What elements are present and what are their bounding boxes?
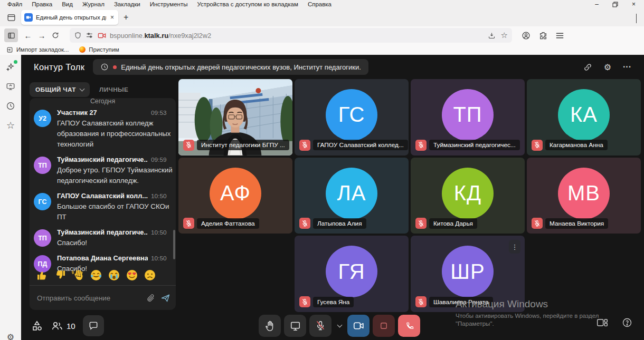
participant-tile[interactable]: ТП Туймазинский педагогичес... <box>411 79 525 156</box>
message-text: Большое спасибо от ГАПОУ СКОи ПТ <box>57 201 176 222</box>
more-ellipsis-icon[interactable]: ··· <box>623 62 631 72</box>
share-screen-button[interactable] <box>284 315 306 337</box>
message-text: Спасибо! <box>57 238 176 248</box>
send-icon[interactable] <box>160 294 171 303</box>
menu-help[interactable]: Справка <box>308 1 332 7</box>
message-author: ГАПОУ Салаватский колл... <box>57 192 148 200</box>
settings-gear-icon[interactable]: ⚙ <box>0 332 21 340</box>
reaction-thumbs-down-icon[interactable] <box>54 269 67 281</box>
sidebar-toggle-icon[interactable] <box>4 28 18 42</box>
chat-scrollbar[interactable] <box>173 230 175 259</box>
tab-close-icon[interactable]: × <box>109 14 115 21</box>
bookmark-import[interactable]: Импорт закладок... <box>6 46 69 53</box>
mic-muted-badge-icon <box>415 140 427 151</box>
message-text: Доброе утро. ГБПОУ Туймазинский педагоги… <box>57 165 176 186</box>
reaction-heart-eyes-icon[interactable] <box>126 269 138 281</box>
reaction-thumbs-up-icon[interactable] <box>36 269 49 281</box>
participant-name: Манаева Виктория <box>545 218 608 229</box>
participant-tile[interactable]: ЛА Латыпова Алия <box>295 158 409 234</box>
participant-tile[interactable]: ГС ГАПОУ Салаватский коллед... <box>295 79 409 156</box>
extensions-puzzle-icon[interactable] <box>539 31 547 40</box>
sparkle-new-icon[interactable] <box>5 61 16 73</box>
record-button[interactable] <box>373 315 395 337</box>
ktalk-app: ☆ ⚙ Контур Толк Единый день открытых две… <box>0 55 644 340</box>
message-input[interactable] <box>36 294 141 303</box>
participant-tile[interactable]: КД Китова Дарья <box>411 158 525 234</box>
chat-message: ГС ГАПОУ Салаватский колл... 10:50 Больш… <box>34 192 176 222</box>
new-tab-button[interactable]: + <box>124 13 128 22</box>
board-shapes-icon[interactable] <box>31 319 43 332</box>
url-bar[interactable]: bspuonline.ktalk.ru/nxe9xaj2l2w2 ☆ <box>70 28 512 43</box>
menu-view[interactable]: Вид <box>62 1 73 7</box>
menu-tools[interactable]: Инструменты <box>150 1 188 7</box>
tile-kebab-menu-icon[interactable]: ⋮ <box>509 240 520 254</box>
camera-permission-icon[interactable] <box>98 32 106 39</box>
message-time: 09:53 <box>151 109 167 116</box>
message-time: 09:59 <box>151 156 167 163</box>
participant-tile[interactable]: МВ Манаева Виктория <box>527 158 641 234</box>
menu-file[interactable]: Файл <box>7 1 22 7</box>
account-icon[interactable] <box>522 31 531 40</box>
chat-tab-general[interactable]: ОБЩИЙ ЧАТ <box>30 82 90 97</box>
copy-link-icon[interactable] <box>583 63 592 72</box>
raise-hand-button[interactable] <box>259 315 281 337</box>
participant-tile[interactable]: ГЯ Гусева Яна <box>295 236 409 312</box>
meeting-title: Единый день открытых дверей педагогическ… <box>121 63 361 71</box>
close-button[interactable]: × <box>632 1 636 8</box>
help-icon[interactable] <box>622 317 632 328</box>
reaction-wave-icon[interactable] <box>72 269 84 281</box>
reaction-frown-icon[interactable] <box>144 269 156 281</box>
video-grid: Институт педагогики БГПУ ... ГС ГАПОУ Са… <box>178 79 641 312</box>
back-button[interactable]: ← <box>21 28 35 42</box>
menu-history[interactable]: Журнал <box>82 1 105 7</box>
history-clock-icon[interactable] <box>5 100 16 112</box>
url-text[interactable]: bspuonline.ktalk.ru/nxe9xaj2l2w2 <box>110 32 484 40</box>
participant-tile[interactable]: Институт педагогики БГПУ ... <box>178 79 292 156</box>
menu-bookmarks[interactable]: Закладки <box>114 1 140 7</box>
browser-tab[interactable]: Единый день открытых дверей × <box>21 10 118 25</box>
minimize-button[interactable]: – <box>595 1 599 8</box>
tab-list-chevron-icon[interactable] <box>636 14 637 23</box>
menu-edit[interactable]: Правка <box>32 1 52 7</box>
screen-device-icon[interactable] <box>5 81 16 92</box>
tab-title: Единый день открытых дверей <box>36 14 106 21</box>
permissions-icon[interactable] <box>86 32 94 39</box>
bookmark-star-icon[interactable]: ☆ <box>501 31 508 40</box>
window-controls: – × <box>595 0 644 8</box>
firefox-icon <box>79 46 86 53</box>
restore-button[interactable] <box>612 2 618 7</box>
microphone-muted-button[interactable] <box>309 315 332 337</box>
attach-paperclip-icon[interactable] <box>146 294 155 303</box>
left-rail: ☆ ⚙ <box>0 55 21 340</box>
reaction-cry-icon[interactable] <box>108 269 120 281</box>
participants-icon[interactable] <box>51 320 63 332</box>
chat-tab-personal[interactable]: ЛИЧНЫЕ <box>99 86 128 93</box>
shield-icon[interactable] <box>74 32 82 40</box>
mic-options-chevron-icon[interactable] <box>335 325 344 327</box>
participant-avatar: ЛА <box>326 168 377 219</box>
hamburger-menu-icon[interactable] <box>556 32 564 39</box>
chat-toggle-button[interactable] <box>83 315 104 336</box>
save-page-icon[interactable] <box>488 32 496 40</box>
participant-name: Кагарманова Анна <box>545 140 608 150</box>
firefox-view-icon[interactable] <box>4 11 18 24</box>
meeting-settings-gear-icon[interactable]: ⚙ <box>604 62 611 72</box>
mic-muted-badge-icon <box>532 140 543 151</box>
message-author: Потапова Диана Сергеевна <box>57 254 148 262</box>
favorites-star-icon[interactable]: ☆ <box>5 120 16 131</box>
camera-button[interactable] <box>347 315 370 337</box>
hang-up-button[interactable] <box>398 315 420 337</box>
participant-tile[interactable]: ШР Шавалиева Рената ⋮ <box>411 236 525 312</box>
menu-synced-tabs[interactable]: Устройства с доступом ко вкладкам <box>197 1 298 7</box>
participant-tile[interactable]: КА Кагарманова Анна <box>527 79 641 156</box>
participant-avatar: МВ <box>558 168 610 219</box>
reaction-laugh-cry-icon[interactable] <box>90 269 102 281</box>
forward-button[interactable]: → <box>35 28 49 42</box>
reload-button[interactable] <box>49 28 62 42</box>
bookmark-getting-started[interactable]: Приступим <box>79 46 119 53</box>
message-time: 10:50 <box>151 255 167 262</box>
chat-panel: Сегодня У2 Участник 27 09:53 ГАПОУ Салав… <box>30 98 176 310</box>
layout-view-icon[interactable] <box>596 318 608 327</box>
participant-tile[interactable]: АФ Аделия Фаттахова <box>178 158 292 234</box>
meeting-title-pill[interactable]: Единый день открытых дверей педагогическ… <box>93 59 368 75</box>
